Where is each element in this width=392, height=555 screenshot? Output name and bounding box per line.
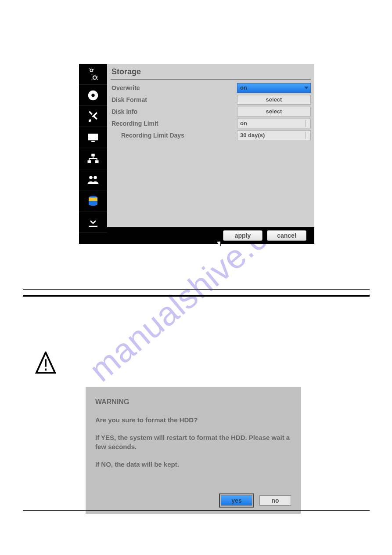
network-icon: [86, 152, 100, 165]
record-disc-icon: [86, 89, 100, 102]
settings-gears-icon: [86, 68, 100, 81]
label-recording-limit: Recording Limit: [111, 120, 237, 127]
apply-button[interactable]: apply: [223, 230, 263, 241]
cancel-button[interactable]: cancel: [267, 230, 306, 241]
warning-button-row: yes no: [95, 495, 291, 506]
users-icon: [86, 173, 100, 186]
chevron-down-icon: [304, 87, 309, 89]
svg-rect-2: [88, 134, 98, 140]
settings-panel: Storage Overwrite on Disk Format select …: [79, 64, 314, 244]
divider-line-bottom: [23, 510, 370, 511]
svg-point-1: [91, 94, 95, 97]
recording-limit-days-value: 30 day(s): [240, 132, 265, 138]
svg-rect-6: [95, 160, 99, 163]
panel-title: Storage: [111, 66, 311, 80]
no-button[interactable]: no: [259, 495, 291, 506]
row-recording-limit-days: Recording Limit Days 30 day(s): [111, 130, 311, 141]
overwrite-dropdown[interactable]: on: [237, 83, 311, 93]
row-overwrite: Overwrite on: [111, 83, 311, 93]
warning-line-3: If NO, the data will be kept.: [95, 460, 291, 469]
sidebar-item-network[interactable]: [79, 148, 107, 169]
settings-sidebar: [79, 64, 107, 244]
svg-point-7: [89, 176, 93, 179]
footer-bar: apply cancel: [107, 227, 314, 244]
monitor-icon: [86, 131, 100, 144]
recording-limit-value: on: [240, 120, 247, 127]
sidebar-item-storage[interactable]: [79, 190, 107, 211]
warning-line-2: If YES, the system will restart to forma…: [95, 433, 291, 451]
svg-rect-5: [88, 160, 91, 163]
download-arrow-icon: [86, 215, 100, 229]
divider-line: [23, 289, 370, 290]
label-disk-info: Disk Info: [111, 108, 237, 115]
recording-limit-field[interactable]: on: [237, 119, 311, 128]
sidebar-item-record[interactable]: [79, 85, 107, 106]
sidebar-item-download[interactable]: [79, 211, 107, 232]
row-recording-limit: Recording Limit on: [111, 118, 311, 129]
divider-line-bold: [23, 295, 370, 297]
yes-button[interactable]: yes: [221, 495, 252, 506]
settings-content-wrap: Storage Overwrite on Disk Format select …: [107, 64, 314, 244]
disk-info-select-button[interactable]: select: [237, 107, 311, 116]
svg-rect-4: [91, 153, 95, 156]
document-page: manualshive.com: [0, 0, 392, 555]
settings-content: Storage Overwrite on Disk Format select …: [107, 64, 314, 227]
tools-icon: [86, 110, 100, 123]
svg-rect-3: [91, 141, 95, 142]
warning-dialog: WARNING Are you sure to format the HDD? …: [86, 387, 301, 514]
label-overwrite: Overwrite: [111, 84, 237, 91]
disk-format-select-button[interactable]: select: [237, 95, 311, 105]
sidebar-item-users[interactable]: [79, 169, 107, 190]
row-disk-info: Disk Info select: [111, 106, 311, 117]
svg-rect-10: [45, 359, 47, 366]
sidebar-item-display[interactable]: [79, 127, 107, 148]
warning-line-1: Are you sure to format the HDD?: [95, 416, 291, 424]
sidebar-item-tools[interactable]: [79, 106, 107, 127]
svg-rect-11: [45, 369, 47, 371]
warning-triangle-icon: [35, 352, 56, 377]
overwrite-value: on: [240, 84, 247, 91]
recording-limit-days-field[interactable]: 30 day(s): [237, 131, 311, 140]
row-disk-format: Disk Format select: [111, 94, 311, 105]
sidebar-item-settings[interactable]: [79, 64, 107, 85]
label-disk-format: Disk Format: [111, 96, 237, 103]
svg-point-8: [94, 176, 97, 179]
storage-db-icon: [86, 194, 100, 207]
warning-title: WARNING: [95, 398, 291, 406]
label-recording-limit-days: Recording Limit Days: [111, 132, 237, 139]
